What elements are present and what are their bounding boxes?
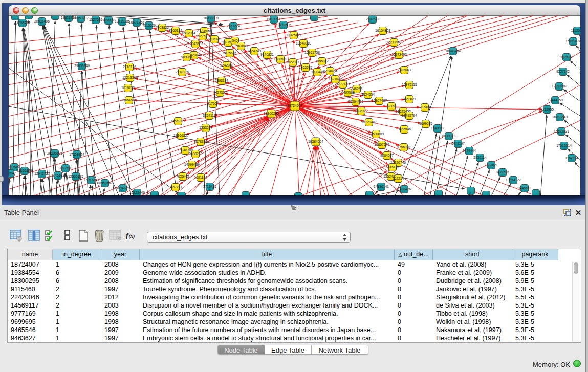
graph-node[interactable] (295, 193, 302, 196)
table-mode-icon[interactable] (9, 229, 23, 242)
graph-node-12213369[interactable]: 12213369 (122, 74, 138, 82)
table-row[interactable]: 911546021997Tourette syndrome. Phenomeno… (8, 285, 581, 293)
node-table-header[interactable]: namein_degreeyeartitle△out_de...shortpag… (8, 249, 581, 260)
graph-node-10688609[interactable]: 10688609 (368, 130, 384, 138)
graph-node-16154808[interactable]: 16154808 (375, 27, 390, 35)
graph-node-2718176[interactable]: 2718176 (176, 69, 189, 76)
graph-node-10853287[interactable]: 10853287 (73, 16, 89, 23)
graph-node-15692931[interactable]: 15692931 (554, 128, 569, 136)
graph-node-8813054[interactable]: 8813054 (267, 16, 280, 24)
row-height-icon[interactable] (61, 229, 74, 242)
graph-node-8678336[interactable]: 8678336 (194, 138, 207, 146)
graph-node-19384554[interactable]: 19384554 (308, 138, 323, 146)
graph-node-10807487[interactable]: 10807487 (372, 97, 387, 105)
graph-node-1527602[interactable]: 1527602 (89, 16, 102, 24)
graph-node-10218506[interactable]: 10218506 (276, 21, 291, 29)
graph-node-3716485[interactable]: 3716485 (203, 183, 216, 191)
graph-node-12213967[interactable]: 12213967 (386, 39, 402, 47)
graph-node-9146821[interactable]: 9146821 (260, 51, 274, 59)
graph-node-12093382[interactable]: 12093382 (552, 83, 567, 91)
graph-node-1167534[interactable]: 1167534 (565, 155, 578, 162)
float-panel-icon[interactable] (563, 209, 571, 216)
delete-column-icon[interactable] (93, 229, 106, 242)
column-header-pagerank[interactable]: pagerank (512, 249, 558, 260)
graph-node-8466160[interactable]: 8466160 (102, 17, 115, 25)
panel-collapse-handle[interactable] (0, 176, 4, 182)
table-scrollbar-thumb[interactable] (574, 262, 578, 274)
graph-node-12975115[interactable]: 12975115 (402, 81, 417, 89)
graph-node-1588520[interactable]: 1588520 (274, 56, 287, 63)
network-table-select[interactable]: citations_edges.txt (147, 232, 351, 243)
new-column-icon[interactable] (77, 229, 90, 242)
graph-node-1112074[interactable]: 1112074 (571, 27, 580, 35)
graph-node-14136141[interactable]: 14136141 (374, 183, 389, 191)
table-row[interactable]: 2242004622012Investigating the contribut… (8, 293, 581, 301)
graph-node[interactable] (366, 191, 374, 196)
graph-node-10654122[interactable]: 10654122 (506, 177, 521, 184)
graph-node-10958107[interactable]: 10958107 (97, 180, 113, 187)
network-canvas[interactable]: 1405571220691406198537191085328715276028… (9, 16, 580, 195)
graph-node[interactable] (151, 191, 159, 196)
graph-node-6479197[interactable]: 6479197 (451, 140, 465, 148)
column-header-name[interactable]: name (8, 249, 53, 260)
graph-node-16210643[interactable]: 16210643 (552, 114, 568, 121)
graph-node-9465546[interactable]: 9465546 (398, 126, 411, 134)
tab-edge-table[interactable]: Edge Table (265, 345, 312, 354)
graph-node-20364436[interactable]: 20364436 (348, 98, 363, 106)
graph-node-9397588[interactable]: 9397588 (59, 165, 72, 172)
column-header-short[interactable]: short (433, 249, 512, 260)
graph-node-7485063[interactable]: 7485063 (398, 67, 411, 74)
graph-node[interactable] (483, 191, 490, 196)
graph-node[interactable] (532, 190, 540, 196)
graph-node[interactable] (52, 16, 59, 20)
graph-node-3624554[interactable]: 3624554 (361, 91, 375, 99)
graph-node-9245652[interactable]: 9245652 (518, 185, 531, 192)
graph-node-9427552[interactable]: 9427552 (213, 89, 227, 97)
graph-node-10719185[interactable]: 10719185 (115, 18, 130, 26)
graph-node-1640952[interactable]: 1640952 (431, 125, 444, 133)
graph-node-20691406[interactable]: 20691406 (34, 18, 50, 26)
function-icon[interactable]: f (x) (125, 229, 139, 242)
graph-node-12323446[interactable]: 12323446 (129, 189, 145, 196)
graph-node[interactable] (435, 190, 443, 196)
graph-node[interactable] (311, 16, 318, 21)
graph-node-62160[interactable]: 62160 (387, 103, 397, 111)
graph-node-1691144[interactable]: 1691144 (194, 174, 207, 182)
network-window-titlebar[interactable]: citations_edges.txt (9, 5, 580, 16)
graph-node-9227342[interactable]: 9227342 (556, 68, 570, 76)
graph-node-7632621[interactable]: 7632621 (485, 162, 498, 169)
graph-node-15751074[interactable]: 15751074 (565, 38, 580, 46)
graph-node-2087682[interactable]: 2087682 (366, 16, 379, 24)
graph-node-16033809[interactable]: 16033809 (203, 16, 219, 23)
graph-node-10961758[interactable]: 10961758 (304, 49, 320, 57)
column-header-title[interactable]: title (140, 249, 395, 260)
table-row[interactable]: 946554611997Estimation of the future num… (8, 326, 581, 334)
graph-node-2718126[interactable]: 2718126 (123, 63, 136, 71)
graph-node-2935114[interactable]: 2935114 (473, 154, 487, 162)
graph-node-9329966[interactable]: 9329966 (560, 54, 573, 61)
graph-node[interactable] (467, 187, 475, 195)
tab-network-table[interactable]: Network Table (312, 345, 368, 354)
graph-node-9457791[interactable]: 9457791 (169, 184, 182, 191)
graph-node-19166827[interactable]: 19166827 (173, 132, 189, 140)
column-header-in-degree[interactable]: in_degree (53, 249, 101, 260)
node-table[interactable]: namein_degreeyeartitle△out_de...shortpag… (7, 249, 581, 343)
select-columns-icon[interactable] (44, 229, 57, 242)
graph-node[interactable] (12, 16, 19, 20)
graph-node-7857224[interactable]: 7857224 (227, 23, 240, 30)
tab-node-table[interactable]: Node Table (218, 345, 265, 354)
graph-node-15720407[interactable]: 15720407 (361, 119, 377, 126)
graph-node-12444159[interactable]: 12444159 (548, 97, 563, 104)
graph-node-18640910[interactable]: 18640910 (296, 40, 311, 48)
graph-node-8938923[interactable]: 8938923 (442, 133, 455, 140)
column-header-out-de-[interactable]: △out_de... (395, 249, 433, 260)
graph-node-16782759[interactable]: 16782759 (115, 185, 130, 192)
table-row[interactable]: 1456911722003Disruption of a novel membe… (8, 301, 581, 310)
graph-node[interactable] (242, 192, 250, 196)
graph-node-9463627[interactable]: 9463627 (403, 96, 416, 103)
graph-node-20206535[interactable]: 20206535 (47, 150, 62, 158)
close-panel-icon[interactable]: ✕ (574, 208, 582, 217)
import-table-icon[interactable] (108, 229, 122, 242)
graph-node-17016514[interactable]: 17016514 (556, 142, 572, 150)
show-columns-icon[interactable] (27, 229, 40, 242)
